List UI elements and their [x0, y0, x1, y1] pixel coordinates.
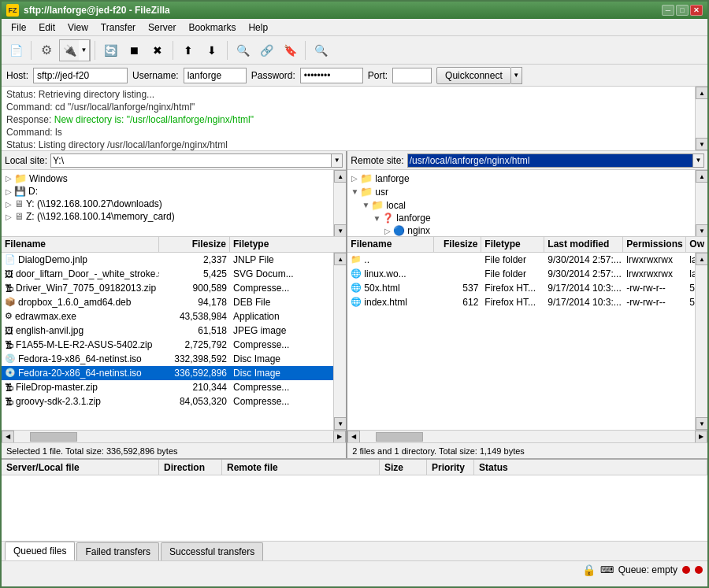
window-title: sftp://lanforge@jed-f20 - FileZilla: [24, 5, 660, 16]
hscroll-track[interactable]: [14, 431, 333, 442]
file-row[interactable]: 🗜FileDrop-master.zip 210,344 Compresse..…: [2, 380, 346, 394]
scroll-down[interactable]: ▼: [334, 417, 346, 430]
file-row[interactable]: 🗜F1A55-M-LE-R2-ASUS-5402.zip 2,725,792 C…: [2, 338, 346, 352]
username-input[interactable]: [184, 68, 247, 83]
hscroll-left[interactable]: ◀: [347, 431, 360, 443]
connect-dropdown[interactable]: ▼: [79, 39, 90, 61]
log-scroll-up[interactable]: ▲: [696, 87, 707, 99]
tree-scroll-down[interactable]: ▼: [334, 224, 346, 237]
queue-list: [2, 475, 707, 541]
synchronized-browsing-button[interactable]: 🔗: [255, 39, 277, 61]
tree-item-y[interactable]: ▷ 🖥 Y: (\\192.168.100.27\downloads): [3, 198, 344, 210]
log-scrollbar[interactable]: ▲ ▼: [695, 87, 707, 150]
tab-successful-transfers[interactable]: Successful transfers: [161, 542, 263, 560]
bookmark-button[interactable]: 🔖: [279, 39, 301, 61]
file-row[interactable]: 📄DialogDemo.jnlp 2,337 JNLP File: [2, 253, 346, 267]
tree-scroll-up[interactable]: ▲: [334, 170, 346, 183]
tree-scroll-down[interactable]: ▼: [696, 224, 707, 237]
tree-item-local[interactable]: ▼ 📁 local: [349, 198, 706, 212]
file-row[interactable]: 📦dropbox_1.6.0_amd64.deb 94,178 DEB File: [2, 295, 346, 309]
port-input[interactable]: [392, 68, 432, 83]
scroll-down[interactable]: ▼: [696, 417, 707, 430]
tree-item-nginx[interactable]: ▷ 🔵 nginx: [349, 224, 706, 237]
hscroll-right[interactable]: ▶: [333, 431, 346, 443]
abort-button[interactable]: ⏹: [123, 39, 145, 61]
file-row[interactable]: 🗜groovy-sdk-2.3.1.zip 84,053,320 Compres…: [2, 394, 346, 409]
file-row-parent[interactable]: 📁.. File folder 9/30/2014 2:57:... lrwxr…: [347, 253, 707, 267]
scroll-up[interactable]: ▲: [696, 253, 707, 265]
hscroll-left[interactable]: ◀: [2, 431, 14, 443]
tab-failed-transfers[interactable]: Failed transfers: [76, 542, 159, 560]
remote-site-dropdown[interactable]: ▼: [693, 153, 704, 168]
hscroll-right[interactable]: ▶: [695, 431, 707, 443]
nginx-icon: 🔵: [393, 225, 405, 236]
file-row[interactable]: 🖼english-anvil.jpg 61,518 JPEG image: [2, 324, 346, 338]
tree-scroll-up[interactable]: ▲: [696, 170, 707, 183]
hscroll-track[interactable]: [360, 431, 695, 442]
menu-item-view[interactable]: View: [61, 20, 95, 35]
file-row[interactable]: ⚙edrawmax.exe 43,538,984 Application: [2, 309, 346, 324]
file-row[interactable]: 🖼door_liftarn_Door_-_white_stroke.svg 5,…: [2, 267, 346, 281]
col-modified-remote[interactable]: Last modified: [544, 237, 623, 252]
file-row-index[interactable]: 🌐index.html 612 Firefox HT... 9/17/2014 …: [347, 295, 707, 309]
tree-item-lanforge-usr[interactable]: ▼ ❓ lanforge: [349, 212, 706, 224]
col-filesize[interactable]: Filesize: [159, 237, 230, 252]
remote-file-scrollbar[interactable]: ▲ ▼: [695, 253, 707, 430]
file-row[interactable]: 💿Fedora-19-x86_64-netinst.iso 332,398,59…: [2, 352, 346, 366]
col-filetype[interactable]: Filetype: [230, 237, 346, 252]
quickconnect-dropdown[interactable]: ▼: [511, 67, 522, 84]
tree-item-d[interactable]: ▷ 💾 D:: [3, 185, 344, 198]
open-site-manager-button[interactable]: ⚙: [35, 39, 58, 61]
tree-scrollbar[interactable]: ▲ ▼: [333, 170, 346, 237]
scroll-up[interactable]: ▲: [334, 253, 346, 265]
col-filename-remote[interactable]: Filename: [347, 237, 434, 252]
menu-item-transfer[interactable]: Transfer: [95, 20, 142, 35]
col-filesize-remote[interactable]: Filesize: [434, 237, 481, 252]
log-line-4: Command: ls: [6, 126, 703, 139]
tree-item-lanforge-root[interactable]: ▷ 📁 lanforge: [349, 172, 706, 185]
menu-item-file[interactable]: File: [5, 20, 32, 35]
tree-item-usr[interactable]: ▼ 📁 usr: [349, 185, 706, 198]
menu-item-server[interactable]: Server: [142, 20, 182, 35]
file-icon: 💿: [5, 368, 16, 378]
local-file-scrollbar[interactable]: ▲ ▼: [333, 253, 346, 430]
quickconnect-button[interactable]: Quickconnect: [436, 67, 511, 84]
minimize-button[interactable]: ─: [662, 5, 674, 16]
connect-button[interactable]: 🔌: [60, 39, 79, 61]
password-input[interactable]: [300, 68, 363, 83]
file-row-selected[interactable]: 💿Fedora-20-x86_64-netinst.iso 336,592,89…: [2, 366, 346, 380]
new-tab-button[interactable]: 📄: [5, 39, 27, 61]
tree-item-z[interactable]: ▷ 🖥 Z: (\\192.168.100.14\memory_card): [3, 210, 344, 223]
local-site-input[interactable]: [50, 153, 332, 168]
refresh-button[interactable]: 🔄: [99, 39, 121, 61]
upload-button[interactable]: ⬆: [177, 39, 199, 61]
col-perms-remote[interactable]: Permissions: [623, 237, 686, 252]
cancel-button[interactable]: ✖: [147, 39, 169, 61]
toggle-hidden-button[interactable]: 🔍: [232, 39, 254, 61]
hscroll-thumb[interactable]: [376, 432, 423, 442]
remote-tree-scrollbar[interactable]: ▲ ▼: [695, 170, 707, 237]
col-filename[interactable]: Filename: [2, 237, 159, 252]
local-site-dropdown[interactable]: ▼: [332, 153, 343, 168]
download-button[interactable]: ⬇: [201, 39, 223, 61]
file-row-linux[interactable]: 🌐linux.wo... File folder 9/30/2014 2:57:…: [347, 267, 707, 281]
remote-file-header: Filename Filesize Filetype Last modified…: [347, 237, 707, 253]
col-owner-remote[interactable]: Ow: [686, 237, 707, 252]
file-icon: 🌐: [351, 268, 362, 279]
filter-button[interactable]: 🔍: [310, 39, 332, 61]
file-row[interactable]: 🗜Driver_Win7_7075_09182013.zip 900,589 C…: [2, 281, 346, 295]
file-row-50x[interactable]: 🌐50x.html 537 Firefox HT... 9/17/2014 10…: [347, 281, 707, 295]
question-icon: ❓: [382, 213, 394, 224]
log-scroll-down[interactable]: ▼: [696, 138, 707, 150]
close-button[interactable]: ✕: [690, 5, 703, 16]
tab-queued-files[interactable]: Queued files: [5, 542, 75, 560]
hscroll-thumb[interactable]: [30, 432, 77, 442]
host-input[interactable]: [33, 68, 128, 83]
menu-item-edit[interactable]: Edit: [32, 20, 61, 35]
menu-item-bookmarks[interactable]: Bookmarks: [182, 20, 242, 35]
maximize-button[interactable]: □: [676, 5, 689, 16]
col-filetype-remote[interactable]: Filetype: [481, 237, 544, 252]
tree-item-windows[interactable]: ▷ 📁 Windows: [3, 172, 344, 185]
remote-site-input[interactable]: [407, 153, 693, 168]
menu-item-help[interactable]: Help: [242, 20, 274, 35]
